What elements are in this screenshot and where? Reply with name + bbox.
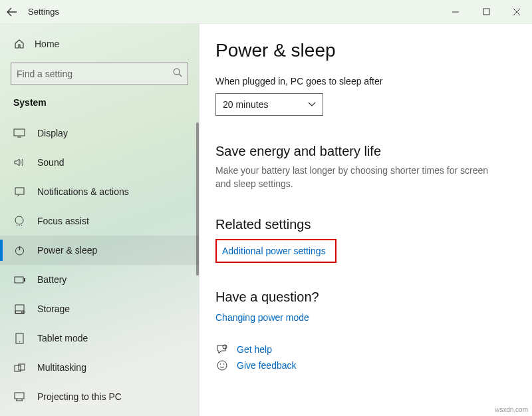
sleep-dropdown[interactable]: 20 minutes <box>215 93 323 116</box>
sidebar-item-display[interactable]: Display <box>0 118 199 148</box>
tablet-icon <box>13 333 25 344</box>
sidebar-item-battery[interactable]: Battery <box>0 265 199 294</box>
display-icon <box>13 128 25 138</box>
search-icon <box>173 68 182 80</box>
svg-point-9 <box>21 312 23 313</box>
svg-rect-3 <box>15 188 24 194</box>
get-help-link[interactable]: Get help <box>237 344 272 355</box>
svg-rect-12 <box>15 365 21 371</box>
main-content: Power & sleep When plugged in, PC goes t… <box>200 24 532 416</box>
svg-rect-0 <box>483 9 489 15</box>
sidebar-nav: Display Sound Notifications & actions Fo… <box>0 118 199 416</box>
battery-icon <box>13 276 25 284</box>
sidebar-item-label: Sound <box>37 157 64 168</box>
svg-point-16 <box>217 361 227 370</box>
sidebar-section-heading: System <box>11 93 188 116</box>
additional-power-settings-link[interactable]: Additional power settings <box>215 239 336 263</box>
svg-point-11 <box>19 341 20 342</box>
feedback-icon <box>215 360 229 371</box>
notifications-icon <box>13 187 25 197</box>
svg-rect-2 <box>14 129 25 136</box>
help-icon <box>215 344 229 355</box>
save-energy-text: Make your battery last longer by choosin… <box>215 164 495 190</box>
close-button[interactable] <box>501 0 532 24</box>
sidebar-item-projecting[interactable]: Projecting to this PC <box>0 382 199 411</box>
back-button[interactable] <box>0 0 24 24</box>
svg-rect-8 <box>15 311 24 313</box>
arrow-left-icon <box>7 7 17 17</box>
sidebar-item-label: Power & sleep <box>37 245 97 256</box>
related-settings-heading: Related settings <box>215 217 516 232</box>
sidebar-item-label: Tablet mode <box>37 333 88 343</box>
sound-icon <box>13 158 25 167</box>
focus-assist-icon <box>13 216 25 226</box>
power-icon <box>13 246 25 256</box>
svg-point-17 <box>220 363 221 365</box>
sidebar-item-label: Multitasking <box>37 362 86 373</box>
svg-rect-5 <box>15 277 23 283</box>
titlebar: Settings <box>0 0 532 24</box>
svg-point-1 <box>174 69 180 75</box>
settings-window: Settings Home <box>0 0 532 416</box>
svg-rect-14 <box>15 393 24 399</box>
sidebar-home-label: Home <box>35 39 59 49</box>
save-energy-heading: Save energy and battery life <box>215 144 516 159</box>
minimize-button[interactable] <box>440 0 471 24</box>
window-title: Settings <box>28 7 59 17</box>
multitasking-icon <box>13 363 25 372</box>
home-icon <box>13 39 25 49</box>
give-feedback-row[interactable]: Give feedback <box>215 360 516 371</box>
chevron-down-icon <box>308 102 316 107</box>
close-icon <box>513 8 521 16</box>
svg-point-18 <box>223 363 225 365</box>
search-box[interactable] <box>11 63 188 85</box>
sidebar-item-notifications[interactable]: Notifications & actions <box>0 177 199 206</box>
sidebar-item-label: Projecting to this PC <box>37 391 122 402</box>
page-title: Power & sleep <box>215 40 516 61</box>
sidebar-item-label: Display <box>37 128 68 138</box>
sidebar-item-power-sleep[interactable]: Power & sleep <box>0 236 199 265</box>
sidebar-home[interactable]: Home <box>11 32 188 56</box>
storage-icon <box>13 304 25 314</box>
sidebar: Home System Display Sound <box>0 24 200 416</box>
svg-rect-7 <box>15 305 24 313</box>
sidebar-item-label: Battery <box>37 274 66 285</box>
question-heading: Have a question? <box>215 290 516 305</box>
sidebar-item-label: Notifications & actions <box>37 186 129 197</box>
sidebar-item-tablet-mode[interactable]: Tablet mode <box>0 323 199 353</box>
sleep-after-label: When plugged in, PC goes to sleep after <box>215 76 516 87</box>
svg-rect-13 <box>19 364 25 370</box>
give-feedback-link[interactable]: Give feedback <box>237 360 297 371</box>
projecting-icon <box>13 392 25 401</box>
minimize-icon <box>452 8 460 16</box>
sidebar-item-label: Focus assist <box>37 216 89 226</box>
search-input[interactable] <box>17 69 170 79</box>
sidebar-item-multitasking[interactable]: Multitasking <box>0 353 199 382</box>
changing-power-mode-link[interactable]: Changing power mode <box>215 312 309 323</box>
watermark: wsxdn.com <box>495 406 528 413</box>
get-help-row[interactable]: Get help <box>215 344 516 355</box>
sidebar-item-focus-assist[interactable]: Focus assist <box>0 206 199 236</box>
maximize-icon <box>483 8 490 15</box>
svg-rect-6 <box>24 278 25 282</box>
sidebar-item-storage[interactable]: Storage <box>0 294 199 323</box>
sidebar-item-label: Storage <box>37 304 70 314</box>
maximize-button[interactable] <box>471 0 501 24</box>
sidebar-item-sound[interactable]: Sound <box>0 148 199 177</box>
sleep-dropdown-value: 20 minutes <box>223 99 268 110</box>
